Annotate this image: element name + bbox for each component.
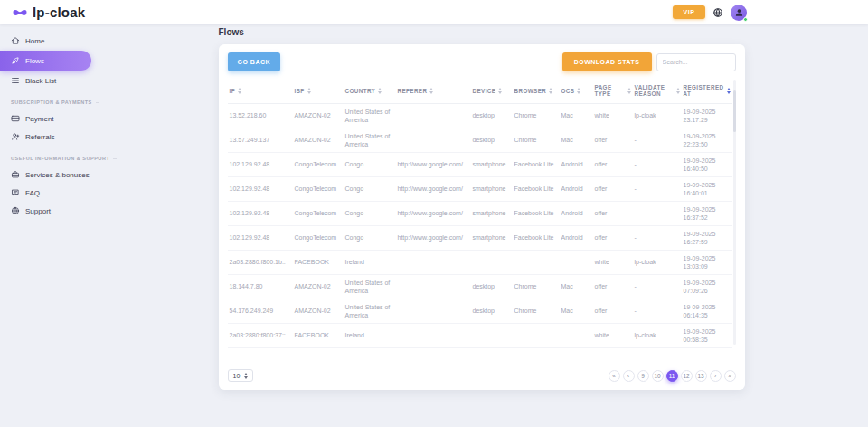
column-header-isp[interactable]: ISP: [293, 78, 344, 104]
cell-referer: [396, 275, 471, 299]
cell-ocs: Android: [560, 177, 593, 202]
vip-button[interactable]: VIP: [673, 5, 705, 19]
page-size-select[interactable]: 10: [228, 369, 254, 382]
sidebar-item-black-list[interactable]: Black List: [0, 71, 95, 90]
pagination-last-button[interactable]: »: [724, 370, 736, 382]
table-row[interactable]: 102.129.92.48CongoTelecomCongohttp://www…: [228, 226, 732, 251]
flows-card: GO BACK DOWNLOAD STATS IPISPCOUNTRYREFER…: [219, 44, 745, 390]
cell-ocs: Mac: [560, 128, 593, 153]
table-row[interactable]: 54.176.249.249AMAZON-02United States of …: [228, 299, 732, 324]
cell-referer: http://www.google.com/: [396, 226, 471, 251]
table-row[interactable]: 13.52.218.60AMAZON-02United States of Am…: [228, 104, 732, 128]
cell-page_type: offer: [593, 275, 633, 299]
column-header-device[interactable]: DEVICE: [471, 78, 513, 104]
sidebar-item-support[interactable]: Support: [0, 202, 95, 220]
cell-device: smartphone: [471, 202, 513, 226]
column-label: PAGE TYPE: [595, 84, 625, 97]
sidebar-item-label: Services & bonuses: [25, 171, 90, 179]
cell-ip: 54.176.249.249: [228, 299, 293, 324]
table-scrollbar-thumb[interactable]: [733, 90, 736, 132]
sidebar-section-header: SUBSCRIPTION & PAYMENTS: [0, 90, 95, 109]
cell-ocs: Mac: [560, 275, 593, 299]
cell-ocs: [560, 251, 593, 275]
column-header-ip[interactable]: IP: [228, 78, 293, 104]
cell-validate_reason: lp-cloak: [633, 104, 682, 128]
cell-page_type: offer: [593, 128, 633, 153]
toolbar: GO BACK DOWNLOAD STATS: [228, 52, 736, 71]
cell-ocs: Android: [560, 153, 593, 177]
cell-page_type: offer: [593, 226, 633, 251]
cell-isp: AMAZON-02: [293, 275, 344, 299]
cell-isp: CongoTelecom: [293, 153, 344, 177]
sidebar-item-faq[interactable]: FAQ: [0, 184, 95, 202]
page-button-12[interactable]: 12: [681, 370, 693, 382]
column-label: COUNTRY: [345, 88, 376, 94]
sort-icon: [238, 88, 241, 94]
cell-device: [471, 251, 513, 275]
table-row[interactable]: 13.57.249.137AMAZON-02United States of A…: [228, 128, 732, 153]
search-input[interactable]: [656, 53, 736, 71]
cell-isp: AMAZON-02: [293, 104, 344, 128]
table-row[interactable]: 18.144.7.80AMAZON-02United States of Ame…: [228, 275, 732, 299]
language-globe-icon[interactable]: [712, 7, 723, 18]
column-label: DEVICE: [473, 88, 496, 94]
column-label: REFERER: [398, 88, 428, 94]
sidebar-item-referrals[interactable]: Referrals: [0, 128, 95, 146]
sidebar-item-services-bonuses[interactable]: Services & bonuses: [0, 166, 95, 184]
cell-ip: 102.129.92.48: [228, 202, 293, 226]
logo[interactable]: lp-cloak: [12, 5, 85, 20]
sidebar-item-payment[interactable]: Payment: [0, 109, 95, 128]
table-row[interactable]: 102.129.92.48CongoTelecomCongohttp://www…: [228, 177, 732, 202]
cell-validate_reason: -: [633, 202, 682, 226]
column-header-validate_reason[interactable]: VALIDATE REASON: [633, 78, 682, 104]
page-button-13[interactable]: 13: [695, 370, 707, 382]
table-scrollbar[interactable]: [733, 80, 736, 345]
cell-page_type: offer: [593, 202, 633, 226]
logo-text: lp-cloak: [33, 5, 85, 20]
cell-registered_at: 19-09-202516:40:50: [682, 153, 732, 177]
pagination-first-button[interactable]: «: [609, 370, 620, 382]
column-header-referer[interactable]: REFERER: [396, 78, 471, 104]
cell-ip: 102.129.92.48: [228, 226, 293, 251]
page-button-10[interactable]: 10: [652, 370, 664, 382]
column-header-page_type[interactable]: PAGE TYPE: [593, 78, 633, 104]
page-button-11[interactable]: 11: [666, 370, 678, 382]
download-stats-button[interactable]: DOWNLOAD STATS: [562, 52, 652, 71]
sidebar-item-label: Black List: [25, 77, 56, 85]
table-row[interactable]: 2a03:2880:f800:1b::FACEBOOKIrelandwhitel…: [228, 251, 732, 275]
table-row[interactable]: 2a03:2880:f800:37::FACEBOOKIrelandwhitel…: [228, 324, 732, 348]
column-label: IP: [230, 88, 236, 94]
go-back-button[interactable]: GO BACK: [228, 52, 281, 71]
column-header-browser[interactable]: BROWSER: [513, 78, 560, 104]
cell-browser: Facebook Lite: [513, 202, 560, 226]
avatar[interactable]: [731, 5, 747, 21]
sort-icon: [498, 88, 502, 94]
main-area: Flows GO BACK DOWNLOAD STATS IPISPCOUNTR…: [95, 24, 868, 427]
table-row[interactable]: 102.129.92.48CongoTelecomCongohttp://www…: [228, 202, 732, 226]
cell-page_type: white: [593, 251, 633, 275]
cell-referer: [396, 128, 471, 153]
sidebar-section-header: USEFUL INFORMATION & SUPPORT: [0, 146, 95, 166]
table-row[interactable]: 102.129.92.48CongoTelecomCongohttp://www…: [228, 153, 732, 177]
pagination-next-button[interactable]: ›: [710, 370, 722, 382]
cell-validate_reason: lp-cloak: [633, 251, 682, 275]
pagination-prev-button[interactable]: ‹: [623, 370, 635, 382]
cell-browser: Chrome: [513, 299, 560, 324]
cell-device: desktop: [471, 299, 513, 324]
column-header-registered_at[interactable]: REGISTERED AT: [682, 78, 732, 104]
cell-country: Congo: [344, 177, 396, 202]
card-footer: 10 «‹910111213›»: [228, 363, 736, 382]
sidebar-item-flows[interactable]: Flows: [0, 51, 91, 71]
cell-registered_at: 19-09-202500:58:35: [682, 324, 732, 348]
cell-device: smartphone: [471, 177, 513, 202]
topbar: lp-cloak VIP: [0, 0, 868, 24]
cell-registered_at: 19-09-202516:37:52: [682, 202, 732, 226]
sidebar-item-home[interactable]: Home: [0, 32, 95, 50]
column-header-country[interactable]: COUNTRY: [344, 78, 396, 104]
cell-referer: http://www.google.com/: [396, 202, 471, 226]
cell-browser: Facebook Lite: [513, 153, 560, 177]
column-header-ocs[interactable]: OCS: [560, 78, 593, 104]
cell-country: United States of America: [344, 275, 396, 299]
cell-device: [471, 324, 513, 348]
page-button-9[interactable]: 9: [637, 370, 649, 382]
